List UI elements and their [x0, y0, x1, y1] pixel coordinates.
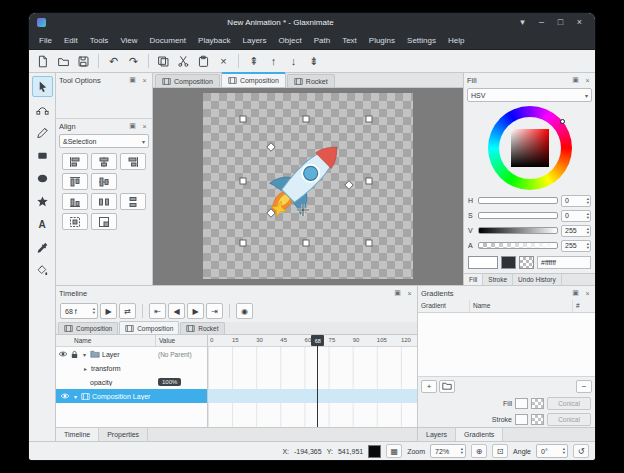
draw-tool[interactable]: [32, 122, 53, 143]
fill-tool[interactable]: [32, 260, 53, 281]
prev-frame-button[interactable]: ◀: [168, 303, 185, 319]
alpha-slider[interactable]: [478, 242, 558, 249]
opacity-badge[interactable]: 100%: [158, 378, 181, 386]
spin-arrows[interactable]: ▴▾: [587, 227, 589, 235]
align-hcenter-button[interactable]: [91, 153, 117, 170]
gradient-presets-button[interactable]: [439, 380, 455, 393]
current-color-indicator[interactable]: [368, 445, 381, 458]
spin-arrows[interactable]: ▴▾: [563, 447, 565, 455]
undo-button[interactable]: ↶: [104, 52, 123, 71]
minimize-button[interactable]: –: [534, 15, 549, 30]
hue-marker[interactable]: [560, 119, 565, 124]
spin-arrows[interactable]: ▴▾: [461, 447, 463, 455]
track-composition-layer[interactable]: [208, 389, 417, 403]
first-frame-button[interactable]: ⇤: [149, 303, 166, 319]
align-right-button[interactable]: [120, 153, 146, 170]
menu-tools[interactable]: Tools: [84, 34, 115, 47]
tab-layers[interactable]: Layers: [418, 428, 456, 441]
loop-button[interactable]: ⇄: [119, 303, 136, 319]
float-panel-icon[interactable]: ▣: [393, 289, 402, 297]
raise-button[interactable]: ↑: [264, 52, 283, 71]
spin-arrows[interactable]: ▴▾: [93, 307, 95, 315]
frame-spinbox[interactable]: 68 f▴▾: [60, 303, 98, 319]
track-opacity[interactable]: [208, 375, 417, 389]
align-top-button[interactable]: [62, 173, 88, 190]
menu-layers[interactable]: Layers: [237, 34, 273, 47]
close-panel-icon[interactable]: ×: [140, 123, 149, 130]
playhead-marker[interactable]: 68: [311, 335, 324, 346]
transparent-swatch[interactable]: [519, 256, 534, 269]
stroke-gradient-swatch-2[interactable]: [531, 414, 544, 425]
canvas-viewport[interactable]: [153, 88, 463, 285]
stroke-gradient-type-button[interactable]: Conical: [547, 413, 591, 426]
spin-down-icon[interactable]: ▾: [563, 451, 565, 455]
cut-button[interactable]: [174, 52, 193, 71]
opacity-row[interactable]: opacity 100%: [56, 375, 207, 389]
hue-spinbox[interactable]: 0▴▾: [561, 195, 591, 207]
zoom-spinbox[interactable]: 72%▴▾: [430, 444, 466, 458]
menu-plugins[interactable]: Plugins: [363, 34, 401, 47]
menu-path[interactable]: Path: [308, 34, 336, 47]
align-left-button[interactable]: [62, 153, 88, 170]
color-picker-tool[interactable]: [32, 237, 53, 258]
playhead-line[interactable]: [317, 335, 318, 427]
saturation-spinbox[interactable]: 0▴▾: [561, 210, 591, 222]
saturation-value-square[interactable]: [511, 129, 549, 167]
close-panel-icon[interactable]: ×: [583, 290, 592, 297]
track-transform[interactable]: [208, 361, 417, 375]
next-frame-button[interactable]: ▶: [187, 303, 204, 319]
align-relative-select[interactable]: &Selection ▾: [59, 134, 149, 148]
menu-help[interactable]: Help: [442, 34, 470, 47]
align-bottom-button[interactable]: [62, 193, 88, 210]
delete-button[interactable]: ×: [214, 52, 233, 71]
tl-tab-composition-2[interactable]: Composition: [119, 321, 179, 334]
stroke-gradient-swatch[interactable]: [515, 414, 528, 425]
eye-icon[interactable]: [58, 350, 68, 358]
tab-composition-2[interactable]: Composition: [221, 72, 286, 87]
maximize-button[interactable]: □: [553, 15, 568, 30]
fill-gradient-type-button[interactable]: Conical: [547, 397, 591, 410]
spin-arrows[interactable]: ▴▾: [587, 212, 589, 220]
saturation-slider[interactable]: [478, 212, 558, 219]
expand-chevron-icon[interactable]: ▾: [72, 393, 79, 400]
spin-down-icon[interactable]: ▾: [587, 201, 589, 205]
hue-slider[interactable]: [478, 197, 558, 204]
menu-object[interactable]: Object: [273, 34, 308, 47]
alpha-spinbox[interactable]: 255▴▾: [561, 240, 591, 252]
shade-button[interactable]: ▾: [515, 15, 530, 30]
spin-down-icon[interactable]: ▾: [93, 311, 95, 315]
transform-row[interactable]: ▸ transform: [56, 361, 207, 375]
expand-chevron-icon[interactable]: ▾: [81, 351, 88, 358]
value-slider[interactable]: [478, 227, 558, 234]
lower-button[interactable]: ↓: [284, 52, 303, 71]
close-panel-icon[interactable]: ×: [405, 290, 414, 297]
tab-gradients[interactable]: Gradients: [456, 428, 503, 441]
color-mode-select[interactable]: HSV ▾: [467, 88, 592, 102]
value-spinbox[interactable]: 255▴▾: [561, 225, 591, 237]
timeline-tracks[interactable]: 0 15 30 45 60 75 90 105 120: [208, 335, 417, 427]
rectangle-tool[interactable]: [32, 145, 53, 166]
collapsed-chevron-icon[interactable]: ▸: [82, 365, 89, 372]
play-button[interactable]: ▶: [100, 303, 117, 319]
float-panel-icon[interactable]: ▣: [571, 289, 580, 297]
spin-down-icon[interactable]: ▾: [461, 451, 463, 455]
titlebar[interactable]: New Animation * - Glaxnimate ▾ – □ ×: [29, 13, 595, 32]
open-document-button[interactable]: [54, 52, 73, 71]
align-vcenter-button[interactable]: [91, 173, 117, 190]
menu-playback[interactable]: Playback: [192, 34, 236, 47]
zoom-in-icon[interactable]: ⊕: [471, 444, 487, 458]
menu-text[interactable]: Text: [336, 34, 363, 47]
tab-stroke[interactable]: Stroke: [483, 274, 513, 285]
float-panel-icon[interactable]: ▣: [128, 122, 137, 130]
current-color-swatch[interactable]: [468, 256, 498, 269]
lock-icon[interactable]: [70, 350, 79, 359]
tl-tab-composition-1[interactable]: Composition: [58, 322, 118, 334]
zoom-fit-icon[interactable]: ⊡: [492, 444, 508, 458]
spin-arrows[interactable]: ▴▾: [587, 197, 589, 205]
redo-button[interactable]: ↷: [124, 52, 143, 71]
align-selection-button[interactable]: [91, 213, 117, 230]
hex-color-input[interactable]: #ffffff: [537, 256, 591, 269]
edit-nodes-tool[interactable]: [32, 99, 53, 120]
gradients-list[interactable]: [418, 313, 595, 377]
ellipse-tool[interactable]: [32, 168, 53, 189]
